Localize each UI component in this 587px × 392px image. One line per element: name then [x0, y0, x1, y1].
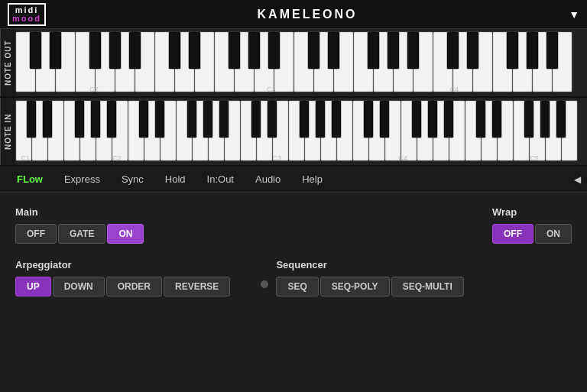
svg-rect-102	[380, 101, 389, 138]
content-area: Main OFF GATE ON Wrap OFF ON Arpeggiator…	[0, 193, 587, 392]
piano-note-in: NOTE IN C1C2C3C4C5	[0, 98, 587, 167]
svg-rect-40	[368, 32, 379, 69]
svg-rect-42	[407, 32, 419, 69]
svg-rect-106	[476, 101, 485, 138]
piano-in-label: NOTE IN	[0, 98, 15, 165]
wrap-label: Wrap	[492, 206, 572, 218]
logo-midi-text: midi	[15, 6, 39, 15]
svg-text:C3: C3	[267, 86, 276, 93]
sequencer-btn-group: SEQ SEQ-POLY SEQ-MULTI	[276, 277, 463, 296]
svg-rect-86	[27, 101, 36, 138]
svg-rect-91	[139, 101, 148, 138]
svg-rect-46	[527, 32, 538, 69]
main-off-button[interactable]: OFF	[15, 224, 57, 244]
tab-hold[interactable]: Hold	[154, 169, 196, 190]
svg-rect-89	[91, 101, 100, 138]
main-on-button[interactable]: ON	[107, 224, 144, 244]
piano-in-keys: C1C2C3C4C5	[15, 98, 587, 163]
svg-rect-38	[308, 32, 319, 69]
arpeggiator-section: Arpeggiator UP DOWN ORDER REVERSE	[15, 259, 230, 296]
wrap-on-button[interactable]: ON	[535, 224, 572, 244]
main-section: Main OFF GATE ON	[15, 206, 144, 244]
svg-rect-103	[412, 101, 421, 138]
tabs-bar: FLow Express Sync Hold In:Out Audio Help…	[0, 167, 587, 193]
logo-box: midi mood	[8, 3, 46, 26]
svg-rect-105	[444, 101, 453, 138]
seq-button[interactable]: SEQ	[276, 277, 318, 296]
wrap-off-button[interactable]: OFF	[492, 224, 533, 244]
svg-text:C4: C4	[449, 86, 459, 93]
arp-reverse-button[interactable]: REVERSE	[164, 277, 230, 296]
seq-multi-button[interactable]: SEQ-MULTI	[391, 277, 464, 296]
svg-rect-98	[300, 101, 309, 138]
svg-rect-107	[492, 101, 501, 138]
tab-help[interactable]: Help	[291, 169, 333, 190]
svg-rect-36	[248, 32, 260, 69]
main-gate-button[interactable]: GATE	[58, 224, 105, 244]
piano-out-label: NOTE OUT	[0, 29, 15, 96]
svg-text:C4: C4	[398, 154, 407, 162]
svg-rect-109	[540, 101, 550, 138]
svg-rect-90	[107, 101, 116, 138]
main-wrap-row: Main OFF GATE ON Wrap OFF ON	[15, 206, 572, 244]
svg-rect-87	[43, 101, 52, 138]
arpeggiator-btn-group: UP DOWN ORDER REVERSE	[15, 277, 230, 296]
arp-up-button[interactable]: UP	[15, 277, 51, 296]
logo-mood-text: mood	[12, 15, 41, 23]
svg-rect-33	[169, 32, 180, 69]
piano-svg: C2C3C4	[15, 29, 587, 94]
tab-audio[interactable]: Audio	[245, 169, 291, 190]
svg-rect-45	[507, 32, 518, 69]
header: midi mood KAMELEONO ▼	[0, 0, 587, 29]
arpeggiator-label: Arpeggiator	[15, 259, 230, 271]
svg-rect-108	[524, 101, 533, 138]
svg-text:C2: C2	[112, 154, 122, 162]
svg-rect-88	[75, 101, 84, 138]
svg-rect-97	[268, 101, 277, 138]
main-btn-group: OFF GATE ON	[15, 224, 144, 244]
svg-rect-43	[447, 32, 459, 69]
svg-rect-29	[50, 32, 61, 69]
svg-rect-92	[155, 101, 164, 138]
tab-express[interactable]: Express	[54, 169, 111, 190]
svg-text:C1: C1	[21, 154, 30, 162]
tab-inout[interactable]: In:Out	[196, 169, 245, 190]
svg-rect-96	[251, 101, 261, 138]
svg-rect-39	[328, 32, 339, 69]
sequencer-label: Sequencer	[276, 259, 463, 271]
svg-rect-44	[467, 32, 478, 69]
svg-rect-104	[428, 101, 437, 138]
svg-rect-110	[556, 101, 566, 138]
svg-text:C2: C2	[89, 86, 99, 93]
svg-rect-31	[109, 32, 121, 69]
svg-rect-28	[30, 32, 41, 69]
piano-out-keys: /* generated inline */ C2C3C4	[15, 29, 587, 94]
svg-rect-101	[364, 101, 373, 138]
svg-text:C5: C5	[530, 154, 539, 162]
app-title: KAMELEONO	[258, 8, 358, 21]
svg-rect-35	[229, 32, 240, 69]
piano-note-out: NOTE OUT /* generated inline */ C2C3C4	[0, 29, 587, 98]
svg-rect-41	[388, 32, 399, 69]
svg-rect-99	[316, 101, 325, 138]
svg-rect-94	[203, 101, 212, 138]
seq-poly-button[interactable]: SEQ-POLY	[320, 277, 390, 296]
separator-dot	[261, 280, 268, 288]
header-dropdown-icon[interactable]: ▼	[569, 8, 579, 21]
arp-down-button[interactable]: DOWN	[53, 277, 105, 296]
svg-text:C3: C3	[273, 154, 282, 162]
tab-flow[interactable]: FLow	[6, 169, 54, 190]
main-label: Main	[15, 206, 144, 218]
piano-svg: C1C2C3C4C5	[15, 98, 587, 163]
wrap-section: Wrap OFF ON	[492, 206, 572, 244]
svg-rect-37	[268, 32, 280, 69]
arp-seq-row: Arpeggiator UP DOWN ORDER REVERSE Sequen…	[15, 259, 572, 296]
tabs-collapse-icon[interactable]: ◀	[574, 174, 581, 185]
svg-rect-34	[189, 32, 200, 69]
wrap-btn-group: OFF ON	[492, 224, 572, 244]
svg-rect-30	[89, 32, 101, 69]
tab-sync[interactable]: Sync	[111, 169, 154, 190]
arp-order-button[interactable]: ORDER	[106, 277, 162, 296]
svg-rect-95	[219, 101, 229, 138]
svg-rect-100	[332, 101, 341, 138]
